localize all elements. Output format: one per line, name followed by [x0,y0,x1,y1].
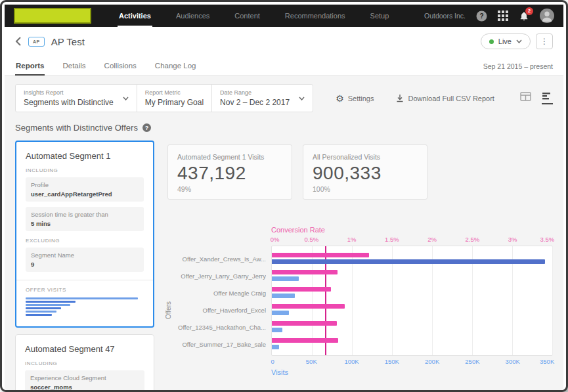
offer-label: Offer_Haverford_Excel [167,301,266,318]
nav-item-setup[interactable]: Setup [369,5,391,27]
condition-value: soccer_moms [30,383,139,391]
app-switcher-grid-icon[interactable] [498,11,508,21]
conversion-tick: 2% [427,236,437,243]
chart-row-offer-meagle-craig[interactable] [272,284,552,301]
segment-list: Automated Segment 1INCLUDINGProfileuser_… [15,141,154,392]
chevron-down-icon [123,97,129,100]
condition-group-label: INCLUDING [26,167,144,173]
company-name: Outdoors Inc. [424,12,466,20]
back-button[interactable] [15,37,22,46]
segment-card-automated-segment-47[interactable]: Automated Segment 47INCLUDINGExperience … [15,334,154,392]
offer-labels: Offer_Xander_Crews_Is_Aw...Offer_Jerry_L… [167,247,266,353]
nav-item-audiences[interactable]: Audiences [175,5,211,27]
offer-label: Offer_Jerry_Larry_Garry_Jerry [167,267,266,284]
chart-row-offer-summer-17-bake-sale[interactable] [272,335,552,352]
offer-label: Offer_Xander_Crews_Is_Aw... [167,250,266,267]
tab-collisions[interactable]: Collisions [104,56,137,76]
stat-percent: 49% [177,185,282,193]
stat-label: All Personalized Visits [313,153,418,161]
condition-label: Segment Name [31,251,139,259]
view-toggles [520,92,553,104]
notifications-bell-icon[interactable]: 2 [519,11,529,22]
app-window: ActivitiesAudiencesContentRecommendation… [0,0,568,392]
visits-bar [272,345,279,349]
chart-row-offer-jerry-larry-garry-jerry[interactable] [272,267,552,284]
condition-group-label: INCLUDING [25,360,144,366]
visits-tick: 250K [465,358,479,365]
settings-button[interactable]: ⚙ Settings [336,94,374,103]
tab-change-log[interactable]: Change Log [154,56,197,76]
gridline [552,246,553,355]
visits-axis-ticks: 050K100K150K200K250K300K350K [271,356,553,366]
more-menu-button[interactable]: ⋮ [536,33,553,49]
visits-tick: 300K [506,358,520,365]
nav-item-activities[interactable]: Activities [118,5,152,27]
brand-logo[interactable] [14,8,91,24]
segment-title: Automated Segment 47 [25,344,144,354]
visits-tick: 200K [425,358,439,365]
offer-label: Offer_Summer_17_Bake_sale [167,336,266,353]
report-metric-select[interactable]: Report Metric My Primary Goal [137,85,212,112]
chart-row-offer-xander-crews-is-aw[interactable] [272,250,552,267]
section-help-icon[interactable]: ? [142,123,151,132]
mini-bar [26,304,70,306]
help-icon[interactable]: ? [476,11,487,22]
offer-label: Offer_12345_Hackathon_Cha... [167,318,266,336]
user-avatar[interactable] [540,9,554,23]
mini-bar [26,297,138,299]
conversion-rate-bar [272,287,331,292]
condition-value: user_cardAppRetargetPred [31,190,139,198]
card-divider [16,280,153,280]
date-range-select[interactable]: Date Range Nov 2 – Dec 2 2017 [212,85,313,112]
section-title: Segments with Distinctive Offers ? [15,123,553,133]
chart-row-offer-12345-hackathon-cha[interactable] [272,318,552,335]
y-axis-label: Offers [165,301,172,319]
visits-tick: 50K [306,358,317,365]
chart-view-icon[interactable] [542,92,553,104]
chevron-down-icon [516,39,522,43]
condition-box: Profileuser_cardAppRetargetPred [26,177,144,202]
conversion-tick: 2.5% [466,236,480,243]
tab-reports[interactable]: Reports [15,56,45,76]
nav-utilities: Outdoors Inc. ? 2 [424,9,554,23]
download-csv-button[interactable]: Download Full CSV Report [396,94,494,102]
visits-tick: 150K [385,358,399,365]
mini-bar [26,311,56,313]
stat-value: 437,192 [177,163,282,184]
condition-box: Session time is greater than5 mins [26,207,144,231]
visits-tick: 100K [344,358,359,365]
nav-item-content[interactable]: Content [233,5,261,27]
stat-value: 900,333 [313,163,418,184]
tab-details[interactable]: Details [62,56,86,76]
status-dropdown[interactable]: Live [481,33,531,49]
conversion-rate-bar [272,304,345,309]
conversion-tick: 3% [508,236,517,243]
top-nav: ActivitiesAudiencesContentRecommendation… [5,5,563,27]
mini-bar [26,314,52,316]
report-tabs: ReportsDetailsCollisionsChange Log [15,56,197,76]
report-filters: Insights Report Segments with Distinctiv… [15,84,313,112]
report-main: Automated Segment 1 Visits437,19249%All … [167,141,553,376]
visits-bar [272,328,282,332]
condition-label: Session time is greater than [31,211,139,218]
top-axis-title: Conversion Rate [271,226,553,234]
page-title: AP Test [51,36,85,47]
condition-label: Profile [31,181,139,188]
stats-row: Automated Segment 1 Visits437,19249%All … [167,144,553,200]
activity-type-badge: AP [28,37,45,47]
insights-report-select[interactable]: Insights Report Segments with Distinctiv… [16,85,137,112]
chart-row-offer-haverford-excel[interactable] [272,301,552,318]
conversion-rate-bar [272,270,338,274]
primary-nav: ActivitiesAudiencesContentRecommendation… [118,5,390,27]
condition-value: 5 mins [31,220,139,227]
visits-bar [272,259,545,264]
visits-tick: 350K [540,358,554,365]
chart-plot-area [271,246,553,356]
conversion-rate-bar [272,321,337,326]
segment-card-automated-segment-1[interactable]: Automated Segment 1INCLUDINGProfileuser_… [15,141,154,328]
conversion-axis-ticks: 0%0.5%1%1.5%2%2.5%3%3.5% [271,236,553,246]
offer-label: Offer Meagle Craig [167,284,266,301]
table-view-icon[interactable] [520,92,531,104]
nav-item-recommendations[interactable]: Recommendations [284,5,347,27]
stat-card-automated-segment-1-visits: Automated Segment 1 Visits437,19249% [167,144,292,200]
